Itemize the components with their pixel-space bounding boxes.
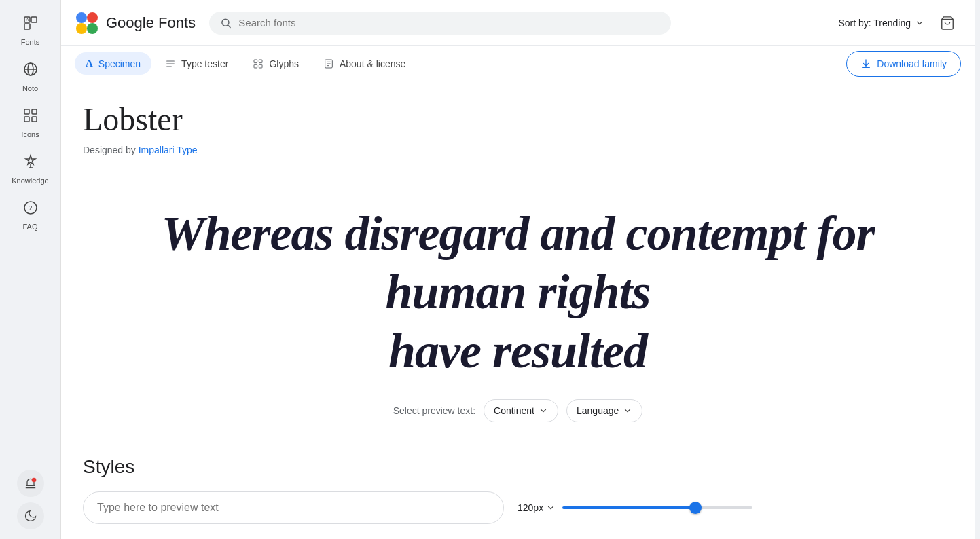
- svg-point-18: [87, 12, 98, 23]
- size-slider[interactable]: [562, 506, 752, 509]
- svg-rect-1: [31, 17, 37, 22]
- search-icon: [220, 17, 232, 29]
- svg-text:A: A: [26, 17, 29, 22]
- preview-input-row: 120px: [83, 491, 953, 524]
- preview-text-input[interactable]: [83, 491, 504, 524]
- font-name: Lobster: [83, 100, 953, 138]
- sidebar-item-icons[interactable]: Icons: [6, 100, 55, 145]
- preview-line1: Whereas disregard and contempt for human…: [161, 206, 874, 319]
- fonts-icon: A: [22, 15, 39, 35]
- sidebar-item-fonts[interactable]: A Fonts: [6, 8, 55, 53]
- svg-rect-26: [254, 64, 257, 68]
- svg-point-17: [76, 12, 87, 23]
- sidebar-item-noto[interactable]: Noto: [6, 54, 55, 99]
- styles-section: Styles 120px: [83, 443, 953, 538]
- theme-toggle-button[interactable]: [17, 502, 44, 529]
- sidebar-bottom: !: [17, 470, 44, 529]
- shopping-cart-icon: [940, 16, 955, 31]
- select-preview-label: Select preview text:: [393, 405, 475, 416]
- language-label: Language: [577, 405, 619, 416]
- glyphs-icon: [253, 58, 264, 69]
- svg-rect-8: [32, 109, 37, 114]
- sidebar: A Fonts Noto Icons: [0, 0, 61, 539]
- sidebar-item-knowledge[interactable]: Knowledge: [6, 147, 55, 191]
- preview-text: Whereas disregard and contempt for human…: [96, 204, 939, 380]
- tabs-bar: A Specimen Type tester Glyphs: [61, 46, 975, 81]
- sidebar-faq-label: FAQ: [22, 223, 37, 231]
- tab-about-label: About & license: [340, 58, 405, 69]
- language-dropdown[interactable]: Language: [566, 399, 642, 422]
- tab-type-tester-label: Type tester: [181, 58, 228, 69]
- tab-glyphs-label: Glyphs: [269, 58, 299, 69]
- svg-rect-9: [24, 117, 29, 122]
- notification-button[interactable]: !: [17, 470, 44, 497]
- svg-rect-27: [259, 64, 263, 68]
- tab-specimen-label: Specimen: [98, 58, 141, 69]
- size-chevron-icon: [546, 503, 556, 513]
- tab-specimen[interactable]: A Specimen: [75, 52, 151, 75]
- size-value: 120px: [518, 502, 543, 513]
- sort-button[interactable]: Sort by: Trending: [829, 12, 934, 34]
- preview-section: Whereas disregard and contempt for human…: [83, 177, 953, 443]
- designer-link[interactable]: Impallari Type: [139, 145, 198, 155]
- svg-line-22: [228, 25, 230, 27]
- continent-chevron-icon: [539, 406, 548, 415]
- svg-text:?: ?: [29, 204, 33, 212]
- icons-icon: [22, 107, 39, 128]
- download-icon: [860, 58, 871, 69]
- sidebar-knowledge-label: Knowledge: [12, 176, 48, 185]
- continent-dropdown[interactable]: Continent: [484, 399, 558, 422]
- size-slider-thumb[interactable]: [689, 502, 702, 514]
- header: Google Fonts Sort by: Trending: [61, 0, 975, 46]
- chevron-down-icon: [915, 18, 924, 28]
- search-bar[interactable]: [209, 12, 671, 35]
- main-content: Google Fonts Sort by: Trending: [61, 0, 975, 539]
- continent-label: Continent: [494, 405, 534, 416]
- designed-by: Designed by Impallari Type: [83, 145, 953, 155]
- svg-point-19: [76, 23, 87, 34]
- faq-icon: ?: [22, 200, 39, 220]
- search-input[interactable]: [238, 17, 660, 29]
- designed-by-prefix: Designed by: [83, 145, 136, 155]
- preview-controls: Select preview text: Continent Language: [96, 399, 939, 422]
- tabs-left: A Specimen Type tester Glyphs: [75, 52, 416, 75]
- sidebar-icons-label: Icons: [21, 130, 39, 138]
- sidebar-item-faq[interactable]: ? FAQ: [6, 193, 55, 238]
- download-family-button[interactable]: Download family: [846, 51, 961, 77]
- logo-area: Google Fonts: [75, 11, 196, 35]
- svg-point-20: [87, 23, 98, 34]
- about-icon: [323, 58, 334, 69]
- svg-rect-2: [24, 24, 30, 29]
- svg-rect-7: [24, 109, 29, 114]
- svg-rect-10: [32, 117, 37, 122]
- svg-rect-24: [254, 60, 257, 63]
- styles-title: Styles: [83, 456, 953, 478]
- knowledge-icon: [22, 153, 39, 174]
- download-family-label: Download family: [877, 58, 947, 69]
- app-title: Google Fonts: [106, 14, 196, 32]
- tab-type-tester[interactable]: Type tester: [154, 53, 239, 75]
- specimen-icon: A: [86, 58, 93, 69]
- preview-line2: have resulted: [388, 324, 647, 378]
- svg-text:!: !: [32, 479, 33, 483]
- sidebar-noto-label: Noto: [22, 84, 38, 92]
- size-dropdown[interactable]: 120px: [518, 502, 556, 513]
- cart-button[interactable]: [934, 10, 961, 37]
- google-logo: [75, 11, 99, 35]
- page-scrollbar[interactable]: [975, 0, 980, 539]
- tab-about[interactable]: About & license: [312, 53, 416, 75]
- svg-rect-25: [259, 60, 263, 63]
- language-chevron-icon: [623, 406, 632, 415]
- size-control: 120px: [518, 502, 752, 513]
- tab-glyphs[interactable]: Glyphs: [242, 53, 310, 75]
- content-area: Lobster Designed by Impallari Type Where…: [61, 81, 975, 539]
- type-tester-icon: [165, 58, 176, 69]
- sort-label: Sort by: Trending: [838, 18, 911, 29]
- noto-icon: [22, 61, 39, 81]
- sidebar-fonts-label: Fonts: [21, 38, 40, 46]
